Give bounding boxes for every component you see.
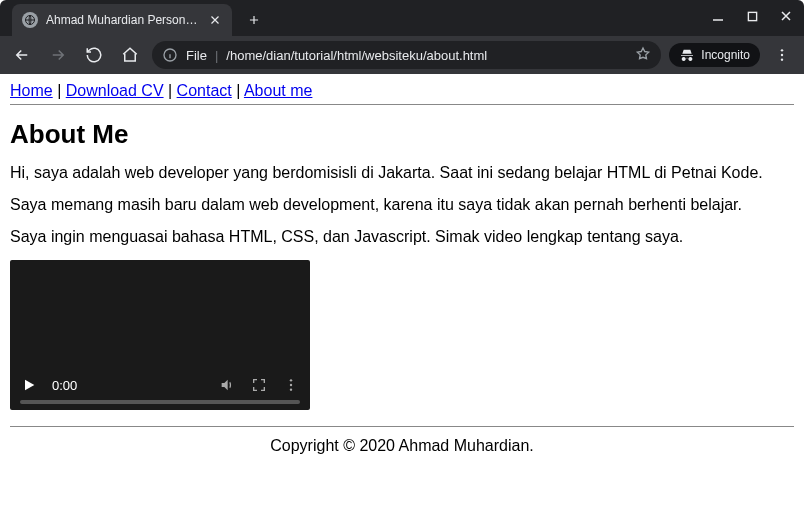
browser-tab[interactable]: Ahmad Muhardian Personal W (12, 4, 232, 36)
url-separator: | (215, 48, 218, 63)
menu-button[interactable] (768, 41, 796, 69)
video-time: 0:00 (52, 378, 77, 393)
svg-rect-1 (748, 12, 756, 20)
maximize-button[interactable] (742, 6, 762, 26)
svg-point-4 (781, 54, 783, 56)
titlebar: Ahmad Muhardian Personal W (0, 0, 804, 36)
video-progress-track[interactable] (20, 400, 300, 404)
play-icon[interactable] (20, 376, 38, 394)
site-info-icon[interactable] (162, 47, 178, 63)
globe-icon (22, 12, 38, 28)
new-tab-button[interactable] (240, 6, 268, 34)
nav-contact-link[interactable]: Contact (177, 82, 232, 99)
toolbar: File | /home/dian/tutorial/html/websitek… (0, 36, 804, 74)
svg-point-3 (781, 49, 783, 51)
forward-button[interactable] (44, 41, 72, 69)
paragraph-2: Saya memang masih baru dalam web develop… (10, 196, 794, 214)
back-button[interactable] (8, 41, 36, 69)
footer-text: Copyright © 2020 Ahmad Muhardian. (10, 437, 794, 455)
svg-point-6 (290, 379, 292, 381)
svg-point-8 (290, 388, 292, 390)
svg-point-5 (781, 58, 783, 60)
bookmark-icon[interactable] (635, 46, 651, 65)
url-scheme: File (186, 48, 207, 63)
video-controls: 0:00 (10, 368, 310, 410)
footer-divider (10, 426, 794, 427)
nav-about-link[interactable]: About me (244, 82, 312, 99)
fullscreen-icon[interactable] (250, 376, 268, 394)
video-player[interactable]: 0:00 (10, 260, 310, 410)
window-controls (708, 6, 796, 26)
reload-button[interactable] (80, 41, 108, 69)
url-path: /home/dian/tutorial/html/websiteku/about… (226, 48, 627, 63)
incognito-badge[interactable]: Incognito (669, 43, 760, 67)
address-bar[interactable]: File | /home/dian/tutorial/html/websitek… (152, 41, 661, 69)
nav-sep: | (53, 82, 66, 99)
incognito-label: Incognito (701, 48, 750, 62)
volume-icon[interactable] (218, 376, 236, 394)
browser-window: Ahmad Muhardian Personal W (0, 0, 804, 518)
svg-point-7 (290, 384, 292, 386)
close-window-button[interactable] (776, 6, 796, 26)
paragraph-3: Saya ingin menguasai bahasa HTML, CSS, d… (10, 228, 794, 246)
minimize-button[interactable] (708, 6, 728, 26)
page-viewport: Home | Download CV | Contact | About me … (0, 74, 804, 518)
nav-sep: | (164, 82, 177, 99)
paragraph-1: Hi, saya adalah web developer yang berdo… (10, 164, 794, 182)
nav-home-link[interactable]: Home (10, 82, 53, 99)
nav-sep: | (232, 82, 244, 99)
close-tab-icon[interactable] (208, 13, 222, 27)
nav-divider (10, 104, 794, 105)
page-heading: About Me (10, 119, 794, 150)
nav-download-cv-link[interactable]: Download CV (66, 82, 164, 99)
home-button[interactable] (116, 41, 144, 69)
site-nav: Home | Download CV | Contact | About me (10, 82, 794, 100)
tab-title: Ahmad Muhardian Personal W (46, 13, 200, 27)
more-options-icon[interactable] (282, 376, 300, 394)
